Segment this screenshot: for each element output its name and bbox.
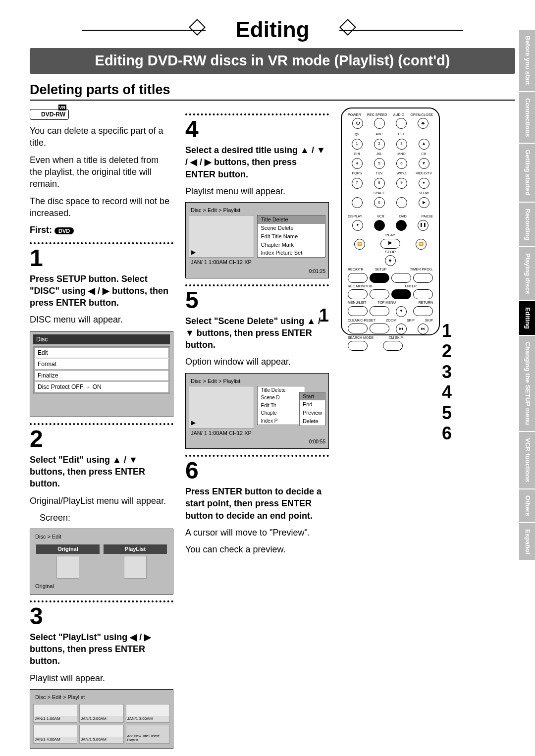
remote-step-callouts: 1 2 3 4 5 6 bbox=[442, 321, 452, 443]
page-subtitle: Editing DVD-RW discs in VR mode (Playlis… bbox=[30, 48, 515, 73]
tab-others[interactable]: Others bbox=[519, 489, 535, 523]
step-1-result: DISC menu will appear. bbox=[30, 314, 173, 325]
playlist-thumb bbox=[124, 556, 147, 579]
step-2-num: 2 bbox=[30, 427, 173, 451]
sm-scene: Scene D bbox=[258, 394, 304, 402]
pm-title-delete: Title Delete bbox=[258, 216, 325, 224]
pl-thumb-2: JAN/1 2:00AM bbox=[80, 716, 123, 722]
sm-edit-tit: Edit Tit bbox=[258, 402, 304, 410]
sm-chapter: Chapte bbox=[258, 409, 304, 417]
tab-connections[interactable]: Connections bbox=[519, 92, 535, 144]
step-2-screen-label: Screen: bbox=[30, 512, 173, 524]
pm-index-picture: Index Picture Set bbox=[258, 249, 325, 257]
playlist-menu-screen: Disc > Edit > Playlist ▶ Title Delete Sc… bbox=[185, 202, 329, 278]
pm-scene-delete: Scene Delete bbox=[258, 224, 325, 232]
pl-thumb-add: Add New Title Delete Playlist bbox=[126, 733, 169, 743]
pm-edit-title-name: Edit Title Name bbox=[258, 232, 325, 241]
step-3-num: 3 bbox=[30, 604, 173, 628]
step-5-instruction: Select "Scene Delete" using ▲ / ▼ button… bbox=[185, 315, 329, 351]
playlist-menu-time: 0:01:25 bbox=[189, 267, 325, 275]
tab-vcr[interactable]: VCR functions bbox=[519, 432, 535, 489]
pl-thumb-1: JAN/1 1:00AM bbox=[34, 716, 77, 722]
dvdrw-vr: VR bbox=[58, 105, 67, 110]
step-4-instruction: Select a desired title using ▲ / ▼ / ◀ /… bbox=[185, 144, 329, 180]
playlist-menu-status: JAN/ 1 1:00AM CH12 XP bbox=[189, 258, 325, 267]
edit-menu-screen: Disc > Edit Original PlayList Original bbox=[30, 529, 173, 594]
step-1-num: 1 bbox=[30, 246, 173, 270]
scene-menu-bc: Disc > Edit > Playlist bbox=[189, 377, 325, 386]
playlist-preview-pane: ▶ bbox=[189, 215, 254, 258]
pl-thumb-5: JAN/1 5:00AM bbox=[80, 737, 123, 743]
step-5-num: 5 bbox=[185, 288, 329, 312]
tab-recording[interactable]: Recording bbox=[519, 203, 535, 247]
sm-end: End bbox=[300, 400, 325, 409]
intro-p3: The disc space to record will not be inc… bbox=[30, 195, 173, 219]
pl-thumb-4: JAN/1 4:00AM bbox=[34, 737, 77, 743]
scene-menu-status: JAN/ 1 1:00AM CH12 XP bbox=[189, 429, 325, 438]
ornament-left bbox=[189, 19, 206, 36]
pl-thumb-3: JAN/1 3:00AM bbox=[126, 716, 169, 722]
step-3-instruction: Select "PlayList" using ◀ / ▶ buttons, t… bbox=[30, 631, 173, 667]
tab-playing-discs[interactable]: Playing discs bbox=[519, 247, 535, 301]
step-5-result: Option window will appear. bbox=[185, 356, 329, 368]
remote-control: POWERREC SPEEDAUDIOOPEN/CLOSE ⏻⏏ @/ABCDE… bbox=[341, 108, 440, 335]
section-heading: Deleting parts of titles bbox=[30, 81, 515, 101]
step-6-num: 6 bbox=[185, 459, 329, 483]
edit-menu-caption: Original bbox=[33, 582, 170, 591]
tab-getting-started[interactable]: Getting started bbox=[519, 144, 535, 202]
side-tabs: Before you start Connections Getting sta… bbox=[519, 30, 535, 561]
pm-chapter-mark: Chapter Mark bbox=[258, 241, 325, 249]
playlist-tab: PlayList bbox=[104, 544, 167, 554]
disc-menu-edit: Edit bbox=[34, 347, 169, 358]
dvdrw-logo-text: DVD-RW bbox=[41, 111, 65, 118]
playlist-menu-bc: Disc > Edit > Playlist bbox=[189, 206, 325, 215]
first-label: First: bbox=[30, 225, 52, 235]
step-2-result: Original/PlayList menu will appear. bbox=[30, 495, 173, 507]
tab-espanol[interactable]: Español bbox=[519, 523, 535, 561]
intro-p1: You can delete a specific part of a titl… bbox=[30, 125, 173, 149]
dvdrw-badge: DVD-RW VR bbox=[30, 108, 173, 120]
sm-preview: Preview bbox=[300, 409, 325, 417]
playlist-grid-screen: Disc > Edit > Playlist JAN/1 1:00AM JAN/… bbox=[30, 689, 173, 749]
disc-menu-finalize: Finalize bbox=[34, 370, 169, 381]
ornament-right bbox=[339, 19, 356, 36]
first-badge: DVD bbox=[54, 227, 74, 234]
page-title: Editing bbox=[206, 15, 339, 44]
step-6-result-1: A cursor will move to "Preview". bbox=[185, 527, 329, 539]
original-thumb bbox=[56, 556, 79, 579]
tab-editing[interactable]: Editing bbox=[519, 301, 535, 336]
disc-menu-screen: Disc Edit Format Finalize Disc Protect O… bbox=[30, 331, 173, 417]
sm-start: Start bbox=[300, 392, 325, 401]
step-6-result-2: You can check a preview. bbox=[185, 543, 329, 555]
sm-index: Index P bbox=[258, 417, 304, 425]
intro-p2: Even when a title is deleted from the pl… bbox=[30, 154, 173, 190]
tab-before[interactable]: Before you start bbox=[519, 30, 535, 92]
sm-title-delete: Title Delete bbox=[258, 386, 304, 394]
step-2-instruction: Select "Edit" using ▲ / ▼ buttons, then … bbox=[30, 454, 173, 490]
page-title-banner: Editing bbox=[30, 15, 515, 44]
step-4-result: Playlist menu will appear. bbox=[185, 185, 329, 197]
original-tab: Original bbox=[36, 544, 100, 554]
scene-preview-pane: ▶ bbox=[189, 386, 254, 429]
step-6-instruction: Press ENTER button to decide a start poi… bbox=[185, 486, 329, 522]
tab-setup-menu[interactable]: Changing the SETUP menu bbox=[519, 336, 535, 432]
disc-menu-format: Format bbox=[34, 359, 169, 370]
step-1-instruction: Press SETUP button. Select "DISC" using … bbox=[30, 273, 173, 309]
playlist-grid-bc: Disc > Edit > Playlist bbox=[33, 693, 170, 702]
remote-callout-1: 1 bbox=[319, 304, 329, 328]
step-4-num: 4 bbox=[185, 117, 329, 141]
scene-menu-screen: Disc > Edit > Playlist ▶ Title Delete Sc… bbox=[185, 373, 329, 449]
scene-menu-time: 0:00:55 bbox=[189, 437, 325, 445]
disc-menu-header: Disc bbox=[33, 334, 170, 344]
step-3-result: Playlist will appear. bbox=[30, 672, 173, 684]
disc-menu-protect: Disc Protect OFF → ON bbox=[34, 381, 169, 392]
edit-menu-bc: Disc > Edit bbox=[33, 532, 170, 541]
sm-delete: Delete bbox=[300, 417, 325, 426]
